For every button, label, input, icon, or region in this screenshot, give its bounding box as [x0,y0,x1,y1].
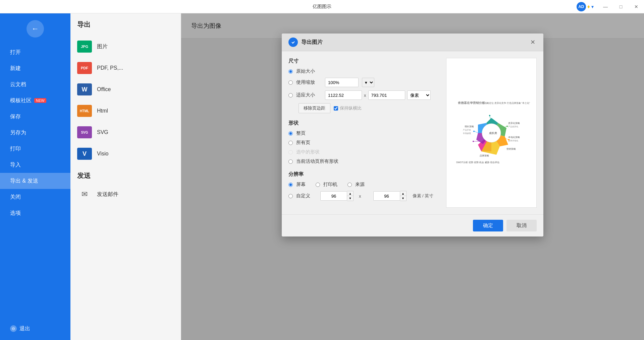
svg-text:SWOT分析 优势 劣势 机会 威胁 综合评估: SWOT分析 优势 劣势 机会 威胁 综合评估 [456,161,499,164]
size-scale-radio[interactable] [288,80,293,85]
export-svg-item[interactable]: SVG SVG [70,122,181,143]
size-original-radio[interactable] [288,69,293,74]
sidebar-item-save[interactable]: 保存 [0,109,70,125]
sidebar-item-exit[interactable]: ⊖ 退出 [0,321,70,337]
custom-dpi1-spinner: ▲ ▼ [320,191,354,201]
remove-margin-button[interactable]: 移除页边距 [299,103,330,113]
spinner1-up[interactable]: ▲ [347,191,353,196]
middle-panel: 导出 JPG 图片 PDF PDF, PS,... W Office HTML … [70,13,181,340]
resolution-source-row: 来源 [347,182,365,188]
svg-text:差异化策略: 差异化策略 [508,122,520,125]
scale-value-input[interactable] [325,78,359,87]
size-scale-row: 使用缩放 ▾ [288,78,439,87]
sidebar-item-template[interactable]: 模板社区 NEW [0,92,70,109]
resolution-screen-row: 屏幕 [288,182,306,188]
resolution-screen-radio[interactable] [288,183,293,187]
svg-text:产品开发: 产品开发 [463,129,471,131]
shape-currentpage-radio[interactable] [288,159,293,164]
export-office-item[interactable]: W Office [70,79,181,100]
dpi-unit-label: 像素 / 英寸 [413,193,434,199]
shape-selected-radio [288,150,293,154]
dialog-header-left: 导出图片 [288,38,323,47]
sidebar-item-close[interactable]: 关闭 [0,189,70,205]
spinner1-down[interactable]: ▼ [347,196,353,201]
sidebar-item-open[interactable]: 打开 [0,44,70,60]
shape-currentpage-row: 当前活动页所有形状 [288,158,439,164]
sidebar-item-import[interactable]: 导入 [0,157,70,173]
svg-point-15 [473,131,475,132]
sidebar-divider [0,221,70,321]
shape-currentpage-label: 当前活动页所有形状 [296,158,338,164]
fit-unit-select[interactable]: 像素 英寸 厘米 [407,90,431,100]
user-area[interactable]: AD ♦ ▾ [577,2,594,11]
custom-dpi2-input[interactable] [373,191,400,201]
svg-text:产品差异化: 产品差异化 [508,125,518,128]
custom-dpi1-input[interactable] [320,191,347,201]
shape-wholepage-label: 整页 [296,130,306,136]
custom-dpi2-spinner: ▲ ▼ [373,191,407,201]
dialog-header: 导出图片 ✕ [282,33,543,51]
send-section-title: 发送 [70,164,181,184]
export-pdf-item[interactable]: PDF PDF, PS,... [70,57,181,79]
confirm-button[interactable]: 确定 [473,220,503,231]
email-label: 发送邮件 [97,191,118,198]
spinner2-btns: ▲ ▼ [400,191,407,201]
right-area: 导出为图像 导出图片 ✕ [181,13,644,340]
shape-allpages-radio[interactable] [288,141,293,145]
keep-ratio-label: 保持纵横比 [334,105,362,111]
svg-text:增长策略: 增长策略 [464,125,474,128]
resolution-custom-radio[interactable] [288,194,293,198]
main-layout: ← 打开 新建 云文档 模板社区 NEW 保存 另存为 打印 导入 导出 & 发… [0,13,644,340]
sidebar-item-cloud[interactable]: 云文档 [0,76,70,92]
svg-text:成长类: 成长类 [489,132,497,135]
sidebar-item-print[interactable]: 打印 [0,141,70,157]
window-controls: — □ ✕ [598,0,644,13]
svg-point-17 [473,141,474,142]
fit-width-input[interactable] [325,90,362,100]
size-fit-radio[interactable] [288,93,293,97]
svg-point-19 [506,126,508,127]
spinner2-up[interactable]: ▲ [400,191,406,196]
shape-selected-label: 选中的形状 [296,149,320,155]
office-label: Office [97,86,111,92]
modal-overlay: 导出图片 ✕ 尺寸 原始大小 [181,13,644,340]
export-visio-item[interactable]: V Visio [70,143,181,164]
back-button[interactable]: ← [26,20,44,38]
svg-text:肯德基在华营销分析: 肯德基在华营销分析 [458,101,485,105]
dialog-preview-panel: 肯德基在华营销分析 | 战略定位 差异化竞争 打造品牌形象 "本土化" [446,58,537,208]
resolution-printer-radio[interactable] [316,183,320,187]
minimize-button[interactable]: — [598,0,613,13]
size-scale-label: 使用缩放 [296,79,315,85]
resolution-section: 分辨率 屏幕 打印机 [288,171,439,201]
dialog-close-button[interactable]: ✕ [529,38,537,46]
export-jpg-item[interactable]: JPG 图片 [70,36,181,57]
send-email-item[interactable]: ✉ 发送邮件 [70,184,181,205]
shape-wholepage-radio[interactable] [288,131,293,136]
spinner2-down[interactable]: ▼ [400,196,406,201]
fit-height-input[interactable] [368,90,405,100]
margin-controls-row: 移除页边距 保持纵横比 [288,103,439,113]
svg-point-0 [290,39,296,45]
svg-icon: SVG [77,126,92,138]
sidebar-item-options[interactable]: 选项 [0,205,70,221]
close-button[interactable]: ✕ [629,0,644,13]
new-badge: NEW [34,98,46,103]
cancel-button[interactable]: 取消 [506,220,537,231]
maximize-button[interactable]: □ [613,0,629,13]
email-icon: ✉ [77,188,92,200]
svg-point-21 [508,139,509,140]
sidebar-item-export[interactable]: 导出 & 发送 [0,173,70,189]
sidebar-item-new[interactable]: 新建 [0,60,70,76]
export-html-item[interactable]: HTML Html [70,100,181,122]
avatar: AD [577,2,586,11]
resolution-source-radio[interactable] [347,183,352,187]
scale-dropdown[interactable]: ▾ [362,78,374,87]
sidebar-item-saveas[interactable]: 另存为 [0,125,70,141]
svg-text:市场渗透: 市场渗透 [463,132,471,134]
dialog-body: 尺寸 原始大小 使用缩放 ▾ [282,51,543,214]
svg-text:|  战略定位 差异化竞争 打造品牌形象 "本土化": | 战略定位 差异化竞争 打造品牌形象 "本土化" [483,102,530,105]
spinner1-btns: ▲ ▼ [347,191,354,201]
dialog-title: 导出图片 [301,39,323,46]
dropdown-arrow: ▾ [591,4,594,9]
keep-ratio-checkbox[interactable] [334,106,338,111]
